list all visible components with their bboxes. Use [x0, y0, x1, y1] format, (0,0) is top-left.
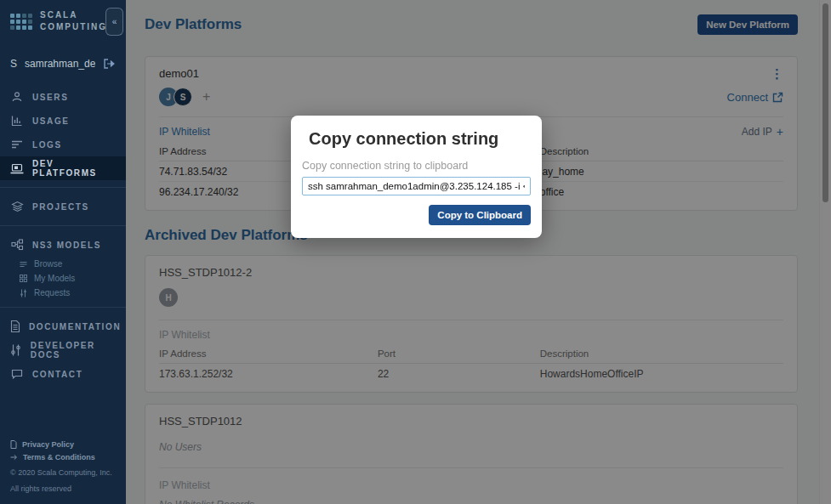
- sidebar-item-ns3-models[interactable]: NS3 MODELS: [0, 233, 126, 257]
- log-lines-icon: [10, 139, 24, 150]
- privacy-policy-label: Privacy Policy: [22, 440, 74, 449]
- sidebar-divider: [0, 225, 126, 226]
- sidebar-label: CONTACT: [32, 370, 83, 379]
- scala-grid-logo-icon: [10, 14, 32, 30]
- sidebar-label: NS3 MODELS: [32, 241, 101, 250]
- document-icon: [10, 320, 20, 332]
- my-models-icon: [19, 275, 27, 282]
- sidebar-divider: [0, 187, 126, 188]
- sidebar-collapse-button[interactable]: «: [105, 8, 123, 36]
- person-icon: [10, 91, 24, 103]
- sidebar-label: PROJECTS: [32, 202, 89, 212]
- bar-chart-icon: [10, 115, 24, 127]
- modal-title: Copy connection string: [309, 129, 531, 149]
- sidebar-item-logs[interactable]: LOGS: [0, 133, 126, 156]
- modal-backdrop[interactable]: [126, 0, 831, 504]
- collapse-chevrons-icon: «: [112, 17, 117, 26]
- sidebar-subitem-my-models[interactable]: My Models: [0, 271, 126, 286]
- modal-label: Copy connection string to clipboard: [302, 160, 531, 172]
- copy-connection-modal: Copy connection string Copy connection s…: [291, 116, 542, 238]
- sliders-icon: [10, 344, 22, 356]
- nodes-icon: [10, 239, 24, 251]
- sidebar-item-users[interactable]: USERS: [0, 85, 126, 109]
- arrow-small-icon: [10, 454, 18, 461]
- sidebar-label: LOGS: [32, 140, 62, 150]
- brand-name: SCALA COMPUTING: [40, 9, 107, 33]
- sidebar-item-projects[interactable]: PROJECTS: [0, 195, 126, 218]
- sidebar-sublabel: Browse: [34, 259, 62, 269]
- sidebar-label: USERS: [32, 93, 68, 102]
- logout-icon[interactable]: [103, 58, 116, 70]
- browse-list-icon: [19, 261, 27, 268]
- user-name: samrahman_de...: [25, 58, 95, 70]
- privacy-policy-link[interactable]: Privacy Policy: [10, 438, 116, 450]
- sidebar-label: DOCUMENTATION: [29, 322, 121, 331]
- terms-link[interactable]: Terms & Conditions: [10, 450, 116, 463]
- sidebar-item-contact[interactable]: CONTACT: [0, 362, 126, 386]
- sidebar-nav: USERS USAGE LOGS DEV PLATFORMS: [0, 85, 126, 386]
- user-initial: S: [10, 58, 17, 70]
- sidebar-footer: Privacy Policy Terms & Conditions © 2020…: [0, 431, 126, 504]
- copyright-text: © 2020 Scala Computing, Inc.: [10, 467, 116, 479]
- brand-line1: SCALA: [40, 9, 107, 21]
- sidebar-item-dev-platforms[interactable]: DEV PLATFORMS: [0, 156, 126, 180]
- sidebar-subitem-requests[interactable]: Requests: [0, 286, 126, 300]
- doc-small-icon: [10, 440, 17, 449]
- app-root: SCALA COMPUTING « S samrahman_de... USER…: [0, 0, 831, 504]
- copy-to-clipboard-button[interactable]: Copy to Clipboard: [429, 205, 531, 225]
- sliders-small-icon: [19, 289, 27, 297]
- sidebar-item-usage[interactable]: USAGE: [0, 109, 126, 133]
- brand-line2: COMPUTING: [40, 21, 107, 33]
- sidebar-sublabel: Requests: [34, 288, 70, 297]
- sidebar: SCALA COMPUTING « S samrahman_de... USER…: [0, 0, 126, 504]
- sidebar-label: DEVELOPER DOCS: [31, 341, 116, 360]
- sidebar-item-developer-docs[interactable]: DEVELOPER DOCS: [0, 338, 126, 362]
- user-row[interactable]: S samrahman_de...: [0, 53, 126, 75]
- rights-text: All rights reserved: [10, 483, 116, 496]
- chat-bubble-icon: [10, 369, 24, 379]
- sidebar-divider: [0, 307, 126, 308]
- connection-string-input[interactable]: [302, 177, 531, 195]
- terms-label: Terms & Conditions: [23, 453, 95, 462]
- sidebar-label: DEV PLATFORMS: [32, 159, 116, 178]
- sidebar-sublabel: My Models: [34, 274, 75, 283]
- sidebar-label: USAGE: [32, 116, 70, 126]
- laptop-icon: [10, 163, 24, 174]
- sidebar-item-documentation[interactable]: DOCUMENTATION: [0, 314, 126, 338]
- sidebar-subitem-browse[interactable]: Browse: [0, 257, 126, 271]
- layers-icon: [10, 201, 24, 212]
